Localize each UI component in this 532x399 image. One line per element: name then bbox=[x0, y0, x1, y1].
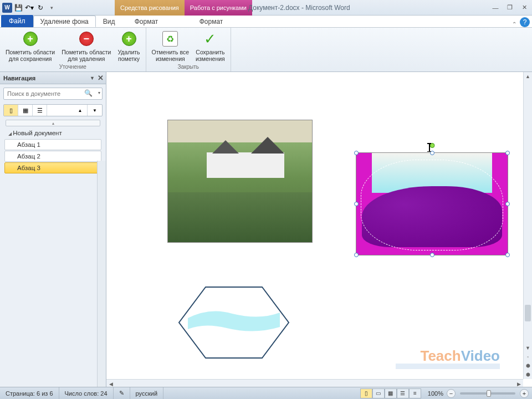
status-language[interactable]: русский bbox=[130, 387, 163, 399]
scroll-up-icon[interactable]: ▲ bbox=[524, 72, 532, 81]
help-button[interactable]: ? bbox=[520, 17, 530, 27]
nav-menu-dropdown-icon[interactable]: ▼ bbox=[90, 75, 95, 81]
nav-title: Навигация bbox=[3, 75, 35, 81]
resize-handle[interactable] bbox=[354, 202, 359, 206]
nav-close-icon[interactable]: ✕ bbox=[98, 74, 104, 82]
nav-tab-headings[interactable]: ▯ bbox=[4, 105, 18, 116]
keep-changes-button[interactable]: ✓ Сохранить изменения bbox=[193, 29, 227, 63]
restore-button[interactable]: ❐ bbox=[504, 3, 515, 12]
close-button[interactable]: ✕ bbox=[519, 3, 530, 12]
document-area[interactable]: ⬍ bbox=[106, 72, 532, 388]
browse-object-icon[interactable]: ◦ bbox=[524, 352, 532, 361]
recycle-icon: ♻ bbox=[162, 31, 178, 47]
resize-handle[interactable] bbox=[354, 151, 359, 155]
main-area: Навигация ▼ ✕ 🔍 ▾ ▯ ▦ ☰ ▲ ▼ ▴ Новый доку… bbox=[0, 72, 532, 388]
nav-tree: Новый документ Абзац 1 Абзац 2 Абзац 3 bbox=[4, 127, 101, 173]
search-icon[interactable]: 🔍 bbox=[84, 89, 93, 97]
status-bar: Страница: 6 из 6 Число слов: 24 ✎ русски… bbox=[0, 387, 532, 399]
nav-tree-item[interactable]: Абзац 1 bbox=[4, 139, 101, 150]
watermark-part1: Teach bbox=[420, 347, 461, 364]
contextual-picture-header: Работа с рисунками bbox=[185, 0, 252, 16]
document-title: Документ-2.docx - Microsoft Word bbox=[248, 4, 350, 12]
view-full-screen[interactable]: ▭ bbox=[372, 388, 385, 398]
qat-more-icon[interactable]: ▾ bbox=[47, 3, 57, 13]
scroll-thumb[interactable] bbox=[525, 305, 531, 321]
plus-icon: + bbox=[122, 32, 136, 46]
tab-format-drawing[interactable]: Формат bbox=[131, 16, 162, 27]
view-draft[interactable]: ≡ bbox=[409, 388, 421, 398]
scroll-down-icon[interactable]: ▼ bbox=[524, 344, 532, 352]
zoom-level[interactable]: 100% bbox=[428, 390, 443, 397]
mark-remove-button[interactable]: − Пометить области для удаления bbox=[59, 29, 113, 63]
vertical-scrollbar[interactable]: ▲ ▼ ◦ ⬢ ⬢ bbox=[523, 72, 532, 379]
view-print-layout[interactable]: ▯ bbox=[360, 388, 372, 398]
contextual-tab-headers: Средства рисования Работа с рисунками bbox=[115, 0, 252, 16]
undo-icon[interactable]: ↶▾ bbox=[24, 3, 34, 13]
resize-handle[interactable] bbox=[505, 151, 510, 155]
group-close-label: Закрыть bbox=[177, 64, 199, 70]
tab-view[interactable]: Вид bbox=[96, 16, 122, 27]
nav-tree-root[interactable]: Новый документ bbox=[4, 127, 101, 139]
word-app-icon: W bbox=[2, 3, 12, 13]
view-web-layout[interactable]: ▦ bbox=[385, 388, 397, 398]
ribbon-group-close: ♻ Отменить все изменения ✓ Сохранить изм… bbox=[146, 28, 231, 71]
window-controls: — ❐ ✕ bbox=[490, 3, 530, 12]
nav-tab-results[interactable]: ☰ bbox=[33, 105, 47, 116]
image-selected-magenta[interactable] bbox=[356, 152, 508, 255]
zoom-in-button[interactable]: + bbox=[520, 389, 529, 398]
prev-page-icon[interactable]: ⬢ bbox=[524, 361, 532, 370]
delete-mark-button[interactable]: + Удалить пометку bbox=[116, 29, 142, 63]
navigation-pane: Навигация ▼ ✕ 🔍 ▾ ▯ ▦ ☰ ▲ ▼ ▴ Новый доку… bbox=[0, 72, 106, 388]
zoom-slider[interactable] bbox=[460, 392, 515, 395]
nav-search: 🔍 ▾ bbox=[3, 88, 103, 100]
group-refine-label: Уточнение bbox=[59, 64, 86, 70]
checkmark-icon: ✓ bbox=[204, 30, 216, 48]
tab-format-picture[interactable]: Формат bbox=[196, 16, 227, 27]
shape-hexagon[interactable] bbox=[177, 285, 291, 360]
nav-view-tabs: ▯ ▦ ☰ ▲ ▼ bbox=[3, 104, 103, 116]
contextual-drawing-header: Средства рисования bbox=[115, 0, 185, 16]
document-page: TeachVideo bbox=[106, 72, 523, 379]
nav-tree-item[interactable]: Абзац 2 bbox=[4, 151, 101, 162]
save-icon[interactable]: 💾 bbox=[13, 3, 23, 13]
quick-access-toolbar: W 💾 ↶▾ ↻ ▾ bbox=[2, 3, 57, 13]
nav-collapse-bar[interactable]: ▴ bbox=[6, 120, 100, 126]
resize-handle[interactable] bbox=[354, 253, 359, 257]
discard-changes-button[interactable]: ♻ Отменить все изменения bbox=[150, 29, 191, 63]
text-cursor bbox=[429, 143, 430, 152]
watermark-subtitle bbox=[396, 364, 500, 369]
minimize-button[interactable]: — bbox=[490, 3, 501, 12]
image-house[interactable] bbox=[167, 120, 313, 243]
title-bar: W 💾 ↶▾ ↻ ▾ Средства рисования Работа с р… bbox=[0, 0, 532, 16]
resize-handle[interactable] bbox=[430, 253, 434, 257]
mark-remove-label: Пометить области для удаления bbox=[62, 49, 111, 62]
tab-remove-background[interactable]: Удаление фона bbox=[33, 16, 96, 27]
minus-icon: − bbox=[79, 32, 94, 46]
nav-tab-up-icon[interactable]: ▲ bbox=[73, 105, 88, 116]
resize-handle[interactable] bbox=[505, 202, 510, 206]
selection-lasso bbox=[361, 160, 503, 250]
view-outline[interactable]: ☰ bbox=[397, 388, 409, 398]
mark-keep-label: Пометить области для сохранения bbox=[6, 49, 55, 62]
nav-tab-pages[interactable]: ▦ bbox=[18, 105, 33, 116]
file-tab[interactable]: Файл bbox=[1, 15, 33, 27]
nav-tree-item[interactable]: Абзац 3 bbox=[4, 162, 101, 173]
resize-handle[interactable] bbox=[505, 253, 510, 257]
zoom-slider-thumb[interactable] bbox=[487, 390, 491, 397]
mark-keep-button[interactable]: + Пометить области для сохранения bbox=[3, 29, 57, 63]
nav-pane-header: Навигация ▼ ✕ bbox=[0, 72, 106, 84]
status-proofing-icon[interactable]: ✎ bbox=[114, 387, 130, 399]
next-page-icon[interactable]: ⬢ bbox=[524, 370, 532, 379]
nav-tab-down-icon[interactable]: ▼ bbox=[88, 105, 102, 116]
zoom-out-button[interactable]: − bbox=[447, 389, 456, 398]
delete-mark-label: Удалить пометку bbox=[118, 49, 140, 62]
status-page[interactable]: Страница: 6 из 6 bbox=[0, 387, 59, 399]
status-word-count[interactable]: Число слов: 24 bbox=[59, 387, 114, 399]
nav-scrollbar[interactable] bbox=[97, 161, 106, 388]
search-dropdown-icon[interactable]: ▾ bbox=[98, 90, 100, 95]
plus-icon: + bbox=[23, 32, 38, 46]
ribbon: + Пометить области для сохранения − Поме… bbox=[0, 28, 532, 72]
redo-icon[interactable]: ↻ bbox=[35, 3, 45, 13]
keep-label: Сохранить изменения bbox=[196, 49, 225, 62]
ribbon-collapse-icon[interactable]: ⌃ bbox=[512, 21, 516, 27]
